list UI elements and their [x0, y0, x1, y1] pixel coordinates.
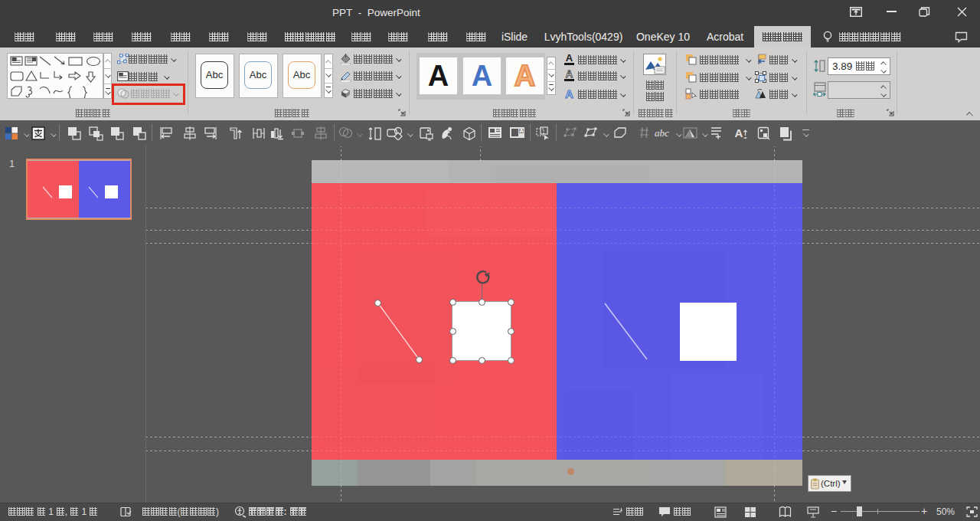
svg-text:A: A [735, 126, 743, 139]
svg-text:A: A [519, 128, 523, 133]
